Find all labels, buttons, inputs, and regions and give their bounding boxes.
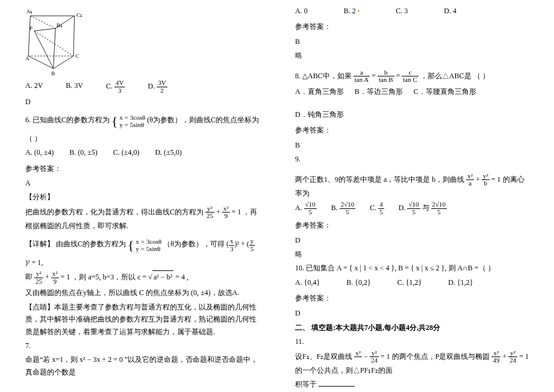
opt-a[interactable]: A. (0, ±4) bbox=[25, 146, 54, 158]
opt-a[interactable]: A. 0 bbox=[295, 5, 308, 17]
q10-stem: 10. 已知集合 A = { x | 1 < x < 4 }, B = { x … bbox=[295, 262, 529, 274]
q7-stem: 7. bbox=[25, 340, 259, 352]
svg-text:B: B bbox=[51, 70, 55, 76]
opt-b[interactable]: B. 3V bbox=[66, 79, 83, 94]
opt-d[interactable]: D. (±5,0) bbox=[155, 146, 181, 158]
q11-stem: 设F₁、F₂是双曲线 x² − y²24 = 1 的两个焦点，P是双曲线与椭圆 … bbox=[295, 350, 529, 376]
q6-dianjing: 【点睛】本题主要考查了参数方程与普通方程的互化，以及椭圆的几何性质，其中解答中准… bbox=[25, 301, 259, 338]
q7-options: A. 0 B. 2 • C. 3 D. 4 bbox=[295, 5, 529, 17]
svg-text:B₁: B₁ bbox=[57, 22, 63, 28]
svg-text:C: C bbox=[75, 53, 79, 59]
q7-answer: B bbox=[295, 36, 529, 48]
svg-line-10 bbox=[34, 31, 73, 56]
opt-b[interactable]: B．等边三角形 bbox=[355, 86, 403, 98]
opt-d[interactable]: D．钝角三角形 bbox=[295, 108, 344, 120]
svg-line-8 bbox=[54, 28, 55, 69]
answer-label: 参考答案： bbox=[295, 20, 529, 33]
opt-d[interactable]: D. 4 bbox=[444, 5, 456, 17]
q10-options: A. {0,4} B. {0,2} C. {1,2} D. {1,2} bbox=[295, 276, 529, 288]
opt-c[interactable]: C. 3 bbox=[396, 5, 408, 17]
q6-detail: 【详解】 由曲线C的参数方程为 { x = 3cosθ y = 5sinθ （θ… bbox=[25, 234, 259, 269]
svg-line-11 bbox=[34, 28, 55, 31]
q7-text: 命题“若 x=1，则 x² − 3x + 2 = 0 ”以及它的逆命题，否命题和… bbox=[25, 353, 259, 378]
svg-line-9 bbox=[34, 31, 54, 69]
q5-options: A. 2V B. 3V C. 4V3 D. 3V2 bbox=[25, 79, 259, 94]
opt-c[interactable]: C. {1,2} bbox=[397, 276, 422, 288]
opt-d[interactable]: D. {1,2} bbox=[448, 276, 473, 288]
q8-stem: 8. △ABC中，如果 atan A = btan B = ctan C ，那么… bbox=[295, 69, 529, 84]
analysis-label: 【分析】 bbox=[25, 191, 259, 203]
right-column: A. 0 B. 2 • C. 3 D. 4 参考答案： B 略 8. △ABC中… bbox=[277, 0, 554, 392]
opt-b[interactable]: B. {0,2} bbox=[346, 276, 371, 288]
opt-a[interactable]: A. √105 bbox=[295, 201, 317, 216]
left-column: A₁ B₁ C₁ A B C P A. 2V B. 3V C. 4V3 D. 3… bbox=[0, 0, 277, 392]
q9-options: A. √105 B. 2√105 C. 45 D. √105 与 2√105 bbox=[295, 201, 529, 216]
q6-line3: 又由椭圆的焦点在y轴上，所以曲线 C 的焦点坐标为 (0, ±4)，故选A. bbox=[25, 287, 259, 299]
q6-options: A. (0, ±4) B. (0, ±5) C. (±4,0) D. (±5,0… bbox=[25, 146, 259, 158]
brace-icon: { bbox=[128, 234, 134, 256]
opt-d[interactable]: D. 3V2 bbox=[148, 79, 167, 94]
opt-a[interactable]: A. {0,4} bbox=[295, 276, 320, 288]
answer-label: 参考答案： bbox=[295, 219, 529, 231]
q10-answer: D bbox=[295, 307, 529, 319]
svg-line-5 bbox=[54, 56, 73, 69]
svg-text:A₁: A₁ bbox=[26, 8, 33, 14]
answer-label: 参考答案： bbox=[25, 163, 259, 175]
section-2-heading: 二、 填空题:本大题共7小题,每小题4分,共28分 bbox=[295, 322, 529, 334]
opt-d[interactable]: D. √105 与 2√105 bbox=[399, 201, 447, 216]
dot-icon: • bbox=[358, 8, 360, 14]
opt-a[interactable]: A. 2V bbox=[25, 79, 43, 94]
q6-answer: A bbox=[25, 177, 259, 189]
brace-icon: { bbox=[111, 110, 118, 132]
svg-text:P: P bbox=[30, 25, 33, 31]
q6-line2: 即 y²25 + x²9 = 1 ，则 a=5, b=3，所以 c = √a² … bbox=[25, 270, 259, 285]
svg-text:C₁: C₁ bbox=[76, 12, 82, 18]
answer-label: 参考答案： bbox=[295, 292, 529, 304]
q11-line2: 积等于 bbox=[295, 378, 529, 390]
opt-b[interactable]: B. (0, ±5) bbox=[69, 146, 98, 158]
q9-num: 9. bbox=[295, 153, 529, 165]
q5-answer: D bbox=[25, 96, 259, 108]
answer-label: 参考答案： bbox=[295, 124, 529, 136]
q6-stem: 6. 已知曲线C的参数方程为 { x = 3cosθ y = 5sinθ (θ为… bbox=[25, 110, 259, 145]
opt-c[interactable]: C. (±4,0) bbox=[113, 146, 140, 158]
opt-c[interactable]: C．等腰直角三角形 bbox=[414, 86, 476, 98]
prism-figure: A₁ B₁ C₁ A B C P bbox=[25, 5, 86, 77]
opt-b[interactable]: B. 2√105 bbox=[331, 201, 356, 216]
opt-c[interactable]: C. 4V3 bbox=[106, 79, 125, 94]
q7-note: 略 bbox=[295, 49, 529, 61]
svg-text:A: A bbox=[25, 55, 30, 61]
q9-note: 略 bbox=[295, 248, 529, 260]
opt-b[interactable]: B. 2 • bbox=[344, 5, 360, 17]
svg-line-3 bbox=[28, 16, 30, 56]
opt-c[interactable]: C. 45 bbox=[370, 201, 384, 216]
svg-line-4 bbox=[28, 56, 54, 69]
q11-num: 11. bbox=[295, 335, 529, 347]
q8-options: A．直角三角形 B．等边三角形 C．等腰直角三角形 D．钝角三角形 bbox=[295, 86, 529, 121]
svg-line-6 bbox=[73, 16, 75, 56]
q9-answer: D bbox=[295, 234, 529, 246]
svg-line-0 bbox=[30, 16, 55, 28]
q9-stem: 两个正数1、9的等差中项是 a，等比中项是 b，则曲线 x²a + y²b = … bbox=[295, 173, 529, 199]
q6-analysis: 把曲线的参数方程，化为普通方程，得出曲线C的方程为 y²25 + x²9 = 1… bbox=[25, 205, 259, 232]
q8-answer: B bbox=[295, 139, 529, 151]
opt-a[interactable]: A．直角三角形 bbox=[295, 86, 344, 98]
fill-blank[interactable] bbox=[319, 379, 355, 387]
